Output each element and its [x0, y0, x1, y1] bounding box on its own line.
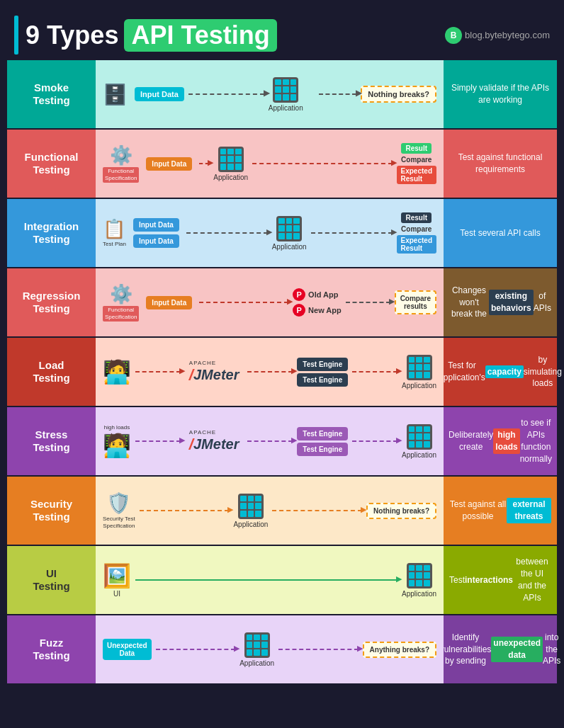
content-integration: 📋 Test Plan Input Data Input Data ▶	[96, 199, 444, 267]
content-load: 🧑‍💻 ▶ APACHE / JMeter ▶	[96, 338, 444, 406]
expected-int: ExpectedResult	[397, 235, 436, 254]
title-bar	[14, 16, 18, 55]
app-icon-integration: Application	[272, 216, 307, 251]
row-ui: UITesting 🖼️ UI ▶	[7, 546, 557, 614]
content-security: 🛡️ Security TestSpecification ▶ Applicat…	[96, 477, 444, 545]
infographic: 9 Types API Testing B blog.bytebytego.co…	[0, 0, 564, 690]
expected-box: ExpectedResult	[397, 166, 436, 184]
anything-breaks-box: Anything breaks?	[363, 642, 436, 658]
desc-regression: Changes won't break the existing behavio…	[444, 268, 557, 336]
content-stress: high loads 🧑‍💻 ▶ APACHE / JMeter	[96, 407, 444, 475]
nothing-breaks-security: Nothing breaks?	[366, 503, 436, 519]
input2-integration: Input Data	[133, 234, 179, 248]
label-ui: UITesting	[7, 546, 96, 614]
engine2-load: Test Engine	[297, 373, 348, 387]
content-functional: ⚙️ FunctionalSpecification Input Data ▶	[96, 130, 444, 198]
person-icon-load: 🧑‍💻	[103, 358, 131, 385]
unexpected-data-box: UnexpectedData	[103, 639, 152, 660]
row-regression: RegressionTesting ⚙️ FunctionalSpecifica…	[7, 268, 557, 336]
compare-integration: Result Compare ExpectedResult	[397, 212, 436, 254]
ui-icon: 🖼️ UI	[103, 562, 131, 598]
content-ui: 🖼️ UI ▶ Application	[96, 546, 444, 614]
security-spec-icon: 🛡️ Security TestSpecification	[103, 491, 135, 529]
app-grid-ui	[407, 563, 432, 588]
app-grid-s	[407, 424, 432, 450]
app-icon-fuzz: Application	[239, 632, 274, 667]
diagram-regression: ⚙️ FunctionalSpecification Input Data ▶ …	[103, 283, 436, 321]
test-plan-icon: 📋 Test Plan	[103, 218, 126, 248]
new-app-item: P New App	[293, 304, 342, 317]
diagram-integration: 📋 Test Plan Input Data Input Data ▶	[103, 212, 436, 254]
input-data-functional: Input Data	[146, 157, 192, 171]
arrow-2	[319, 93, 357, 95]
input-regression: Input Data	[146, 296, 192, 309]
desc-security: Test against all possible external threa…	[444, 477, 557, 545]
title-text: 9 Types API Testing	[26, 19, 277, 52]
input-data-box: Input Data	[135, 87, 184, 101]
brand-text: blog.bytebytego.com	[465, 30, 550, 40]
desc-functional: Test against functional requirements	[444, 130, 557, 198]
engine-stack-load: Test Engine Test Engine	[297, 358, 348, 387]
diagram-load: 🧑‍💻 ▶ APACHE / JMeter ▶	[103, 355, 436, 389]
label-smoke: SmokeTesting	[7, 60, 96, 128]
app-icon-ui: Application	[402, 563, 436, 598]
row-smoke: SmokeTesting 🗄️ Input Data	[7, 60, 557, 128]
desc-smoke: Simply validate if the APIs are working	[444, 60, 557, 128]
label-fuzz: FuzzTesting	[7, 615, 96, 683]
app-grid-i	[276, 216, 302, 241]
diagram-ui: 🖼️ UI ▶ Application	[103, 562, 436, 598]
input1-integration: Input Data	[133, 218, 179, 232]
spec-icon-functional: ⚙️ FunctionalSpecification	[103, 144, 139, 182]
label-security: SecurityTesting	[7, 477, 96, 545]
app-grid	[273, 77, 298, 103]
diagram-stress: high loads 🧑‍💻 ▶ APACHE / JMeter	[103, 424, 436, 459]
app-icon-stress: Application	[402, 424, 436, 459]
row-functional: FunctionalTesting ⚙️ FunctionalSpecifica…	[7, 130, 557, 198]
label-integration: IntegrationTesting	[7, 199, 96, 267]
app-icon-load: Application	[402, 355, 436, 389]
diagram-security: 🛡️ Security TestSpecification ▶ Applicat…	[103, 491, 436, 529]
result-int: Result	[401, 212, 432, 223]
arrow-1	[188, 93, 264, 95]
engine2-stress: Test Engine	[297, 443, 348, 456]
content-fuzz: UnexpectedData ▶ Application ▶	[96, 615, 444, 683]
spec-icon-regression: ⚙️ FunctionalSpecification	[103, 283, 139, 321]
person-icon-stress: high loads 🧑‍💻	[103, 424, 131, 459]
app-grid-l	[407, 355, 432, 380]
engine1-stress: Test Engine	[297, 427, 348, 440]
title-section: 9 Types API Testing B blog.bytebytego.co…	[7, 7, 557, 60]
rows-container: SmokeTesting 🗄️ Input Data	[7, 60, 557, 683]
jmeter-load: APACHE / JMeter	[189, 360, 239, 385]
app-grid-f	[218, 147, 244, 172]
branch-regression: P Old App P New App	[293, 288, 342, 317]
app-icon-functional: Application	[213, 147, 248, 181]
api-badge: API Testing	[124, 19, 276, 52]
content-regression: ⚙️ FunctionalSpecification Input Data ▶ …	[96, 268, 444, 336]
diagram-functional: ⚙️ FunctionalSpecification Input Data ▶	[103, 143, 436, 184]
diagram-fuzz: UnexpectedData ▶ Application ▶	[103, 632, 436, 667]
old-app-item: P Old App	[293, 288, 342, 301]
result-box: Result	[401, 143, 432, 154]
label-stress: StressTesting	[7, 407, 96, 475]
engine1-load: Test Engine	[297, 358, 348, 371]
engine-stack-stress: Test Engine Test Engine	[297, 427, 348, 456]
compare-results-box: Compareresults	[395, 290, 436, 314]
db-icon: 🗄️	[103, 83, 128, 106]
nothing-breaks-box: Nothing breaks?	[361, 86, 436, 103]
row-stress: StressTesting high loads 🧑‍💻 ▶ APACHE /	[7, 407, 557, 475]
jmeter-stress: APACHE / JMeter	[189, 429, 239, 454]
brand-icon: B	[445, 27, 462, 44]
desc-fuzz: Identify vulnerabilities by sending unex…	[444, 615, 557, 683]
brand: B blog.bytebytego.com	[445, 27, 550, 44]
desc-ui: Test interactions between the UI and the…	[444, 546, 557, 614]
row-security: SecurityTesting 🛡️ Security TestSpecific…	[7, 477, 557, 545]
row-load: LoadTesting 🧑‍💻 ▶ APACHE / JMeter	[7, 338, 557, 406]
label-load: LoadTesting	[7, 338, 96, 406]
row-fuzz: FuzzTesting UnexpectedData ▶ Application	[7, 615, 557, 683]
desc-load: Test for application's capacity by simul…	[444, 338, 557, 406]
compare-functional: Result Compare ExpectedResult	[397, 143, 436, 184]
title-prefix: 9 Types	[26, 21, 118, 50]
pinterest-old: P	[293, 288, 305, 301]
app-icon-security: Application	[233, 494, 268, 528]
diagram-smoke: 🗄️ Input Data Application	[103, 77, 436, 112]
